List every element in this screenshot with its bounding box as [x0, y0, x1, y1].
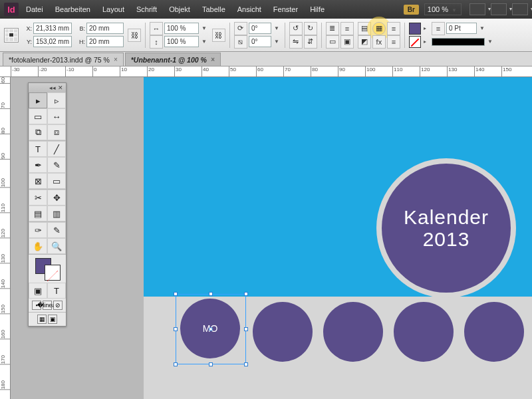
rotate-field[interactable]: 0°	[249, 23, 271, 34]
scissors-tool[interactable]: ✂	[29, 190, 47, 205]
resize-handle[interactable]	[209, 362, 213, 366]
chevron-down-icon[interactable]: ▼	[200, 39, 208, 45]
corner-options-icon[interactable]: ◩	[358, 35, 371, 49]
formatting-text-icon[interactable]: T	[47, 283, 66, 299]
menu-edit[interactable]: Bearbeiten	[51, 3, 95, 16]
reference-point-picker[interactable]	[4, 28, 19, 43]
resize-handle[interactable]	[174, 327, 178, 331]
wrap-options-icon[interactable]: ≡	[387, 22, 400, 35]
resize-handle[interactable]	[244, 362, 248, 366]
selection-center-icon[interactable]	[209, 327, 213, 331]
chevron-down-icon[interactable]: ▼	[200, 25, 208, 31]
align-center-icon[interactable]: ≡	[340, 22, 354, 35]
menu-help[interactable]: Hilfe	[305, 3, 329, 16]
select-content-icon[interactable]: ▣	[340, 35, 354, 49]
selected-object[interactable]: MO	[176, 294, 246, 364]
menu-window[interactable]: Fenster	[269, 3, 303, 16]
x-field[interactable]: 21,313 mm	[33, 23, 72, 34]
select-container-icon[interactable]: ▭	[326, 35, 339, 49]
rotate-cw-icon[interactable]: ↻	[304, 22, 317, 35]
day-circle[interactable]	[323, 302, 383, 362]
zoom-tool[interactable]: 🔍	[47, 238, 66, 254]
fill-stroke-control[interactable]	[34, 257, 61, 281]
normal-view-button[interactable]: ▦	[37, 315, 47, 324]
rotate-ccw-icon[interactable]: ↺	[289, 22, 303, 35]
apply-none-button[interactable]: ⊘	[53, 301, 63, 310]
close-icon[interactable]: ×	[114, 56, 118, 63]
document-tab[interactable]: *fotokalender-2013.indd @ 75 %×	[3, 53, 124, 66]
resize-handle[interactable]	[174, 292, 178, 296]
preview-view-button[interactable]: ▣	[48, 315, 57, 324]
gradient-swatch-tool[interactable]: ▤	[29, 205, 47, 221]
stroke-color-icon[interactable]	[45, 265, 61, 281]
menu-type[interactable]: Schrift	[132, 3, 162, 16]
page-tool[interactable]: ▭	[29, 108, 47, 124]
close-icon[interactable]: ×	[211, 56, 215, 63]
menu-object[interactable]: Objekt	[164, 3, 195, 16]
arrange-documents-button[interactable]	[491, 3, 507, 15]
title-circle[interactable]: Kalender 2013	[382, 164, 511, 293]
zoom-level-field[interactable]: 100 % ▼	[424, 3, 462, 15]
resize-handle[interactable]	[174, 362, 178, 366]
align-left-icon[interactable]: ≣	[326, 22, 339, 35]
flip-v-icon[interactable]: ⇵	[304, 35, 317, 49]
apply-gradient-button[interactable]: �linear	[43, 301, 52, 310]
note-tool[interactable]: ✑	[29, 222, 47, 238]
y-field[interactable]: 153,02 mm	[33, 36, 72, 47]
resize-handle[interactable]	[244, 327, 248, 331]
direct-selection-tool[interactable]: ▹	[47, 92, 66, 108]
stroke-swatch[interactable]	[409, 36, 421, 48]
chevron-down-icon[interactable]: ▼	[273, 25, 281, 31]
type-tool[interactable]: T	[29, 141, 47, 157]
content-placer-tool[interactable]: ⧈	[47, 124, 66, 140]
document-canvas[interactable]: Kalender 2013 MO ◂◂ ✕ ▸ ▹ ▭ ↔ ⧉ ⧈ T ╱ ✒	[11, 77, 532, 399]
panel-collapse-icon[interactable]: ◂◂ ✕	[29, 83, 66, 92]
menu-file[interactable]: Datei	[21, 3, 48, 16]
height-field[interactable]: 20 mm	[86, 36, 124, 47]
day-circle[interactable]	[253, 302, 313, 362]
chevron-down-icon[interactable]: ▼	[486, 39, 494, 45]
chevron-right-icon[interactable]: ▸	[422, 25, 428, 31]
horizontal-ruler[interactable]: -30-20-100102030405060708090100110120130…	[0, 66, 532, 77]
day-circle[interactable]	[394, 302, 454, 362]
rectangle-frame-tool[interactable]: ⊠	[29, 173, 47, 189]
menu-view[interactable]: Ansicht	[233, 3, 266, 16]
gradient-feather-tool[interactable]: ▥	[47, 205, 66, 221]
bridge-button[interactable]: Br	[404, 5, 419, 15]
workspace-switcher-button[interactable]	[512, 3, 528, 15]
width-field[interactable]: 20 mm	[86, 23, 124, 34]
text-wrap-button[interactable]: ▦	[372, 22, 386, 35]
menu-table[interactable]: Tabelle	[198, 3, 230, 16]
formatting-container-icon[interactable]: ▣	[29, 283, 47, 299]
resize-handle[interactable]	[244, 292, 248, 296]
stroke-style-field[interactable]	[432, 38, 485, 46]
constrain-wh-icon[interactable]: ⛓	[128, 29, 141, 42]
scale-y-field[interactable]: 100 %	[164, 36, 199, 47]
gap-tool[interactable]: ↔	[47, 108, 66, 124]
content-collector-tool[interactable]: ⧉	[29, 124, 47, 140]
document-tab[interactable]: *Unbenannt-1 @ 100 %×	[125, 53, 221, 66]
selection-tool[interactable]: ▸	[29, 92, 47, 108]
effects-icon[interactable]: fx	[372, 35, 386, 49]
chevron-down-icon[interactable]: ▼	[273, 39, 281, 45]
eyedropper-tool[interactable]: ✎	[47, 222, 66, 238]
stroke-weight-field[interactable]: 0 Pt	[446, 23, 477, 34]
constrain-scale-icon[interactable]: ⛓	[212, 29, 225, 42]
object-styles-icon[interactable]: ≡	[387, 35, 400, 49]
day-circle[interactable]	[464, 302, 524, 362]
rectangle-tool[interactable]: ▭	[47, 173, 66, 189]
chevron-right-icon[interactable]: ▸	[422, 39, 428, 45]
pencil-tool[interactable]: ✎	[47, 157, 66, 173]
flip-h-icon[interactable]: ⇋	[289, 35, 303, 49]
hand-tool[interactable]: ✋	[29, 238, 47, 254]
line-tool[interactable]: ╱	[47, 141, 66, 157]
fit-frame-icon[interactable]: ▤	[358, 22, 371, 35]
vertical-ruler[interactable]: 60708090100110120130140150160170180	[0, 77, 11, 399]
fill-swatch[interactable]	[409, 23, 421, 35]
shear-field[interactable]: 0°	[249, 36, 271, 47]
chevron-down-icon[interactable]: ▼	[478, 25, 486, 31]
menu-layout[interactable]: Layout	[98, 3, 129, 16]
resize-handle[interactable]	[209, 292, 213, 296]
free-transform-tool[interactable]: ✥	[47, 190, 66, 205]
scale-x-field[interactable]: 100 %	[164, 23, 199, 34]
